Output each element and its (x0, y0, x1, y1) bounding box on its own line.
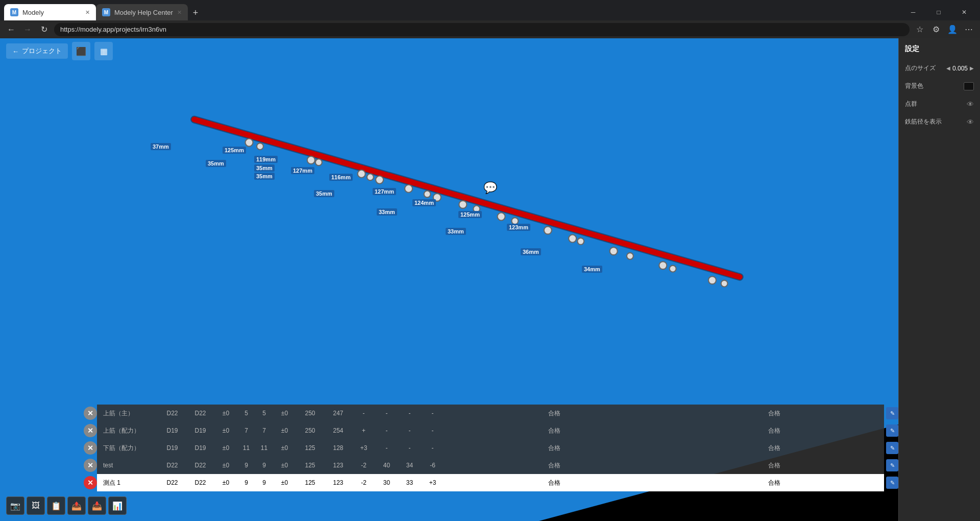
bg-color-label: 背景色 (905, 82, 923, 90)
bookmark-button[interactable]: ☆ (914, 23, 926, 36)
row-5-result2: 合格 (664, 479, 884, 487)
panel-title: 設定 (905, 44, 974, 54)
bottom-toolbar: 📷 🖼 📋 📤 📥 📊 (6, 496, 127, 515)
row-4-tol-d: ±0 (214, 462, 237, 469)
table-view-button[interactable]: ▦ (94, 42, 113, 60)
tab-close-modely[interactable]: ✕ (85, 9, 90, 16)
tab-close-help[interactable]: ✕ (177, 9, 182, 16)
image-icon: 🖼 (32, 501, 40, 510)
meas-label-34mm: 34mm (582, 266, 602, 273)
delete-row-4-button[interactable]: ✕ (84, 459, 97, 472)
minimize-button[interactable]: ─ (901, 4, 925, 20)
reload-button[interactable]: ↻ (38, 23, 50, 36)
edit-row-3-button[interactable]: ✎ (886, 442, 898, 454)
table-row-2: ✕ 上筋（配力） D19 D19 ±0 7 7 ±0 250 254 + - -… (0, 422, 898, 439)
row-1-n-actual: 5 (255, 410, 273, 417)
row-3-n-actual: 11 (255, 444, 273, 452)
back-nav-button[interactable]: ← (5, 23, 17, 36)
row-5-tol-cover: -2 (352, 479, 375, 486)
row-5-tol-n: ±0 (273, 479, 296, 486)
row-4-result2: 合格 (664, 461, 884, 470)
extensions-button[interactable]: ⚙ (930, 23, 942, 36)
tab-label-modely: Modely (22, 9, 44, 16)
image-button[interactable]: 🖼 (27, 496, 45, 515)
row-4-name: test (97, 462, 158, 469)
meas-label-37mm: 37mm (151, 143, 171, 150)
address-bar[interactable]: https://modely.app/projects/irn3n6vn (54, 23, 910, 36)
cube-icon: ⬛ (76, 46, 86, 56)
row-2-d-design: D19 (158, 427, 186, 434)
row-1-data: 上筋（主） D22 D22 ±0 5 5 ±0 250 247 - - - - … (97, 405, 884, 422)
row-2-e1: - (375, 427, 398, 434)
bg-color-swatch[interactable] (964, 82, 974, 90)
tab-modely[interactable]: M Modely ✕ (4, 4, 96, 20)
upload-button[interactable]: 📤 (67, 496, 86, 515)
more-button[interactable]: ⋯ (963, 23, 975, 36)
rebar-visibility-toggle[interactable]: 👁 (967, 118, 974, 126)
meas-label-125mm: 125mm (223, 147, 246, 154)
edit-row-1-button[interactable]: ✎ (886, 407, 898, 419)
row-2-tol-cover: + (352, 427, 375, 434)
tab-favicon-help: M (102, 8, 110, 16)
row-1-name: 上筋（主） (97, 409, 158, 418)
3d-view-button[interactable]: ⬛ (72, 42, 90, 60)
forward-nav-button[interactable]: → (21, 23, 34, 36)
row-4-cover-design: 125 (296, 462, 324, 469)
delete-row-1-button[interactable]: ✕ (84, 407, 97, 420)
meas-label-125mm-2: 125mm (458, 211, 482, 218)
point-size-label: 点のサイズ (905, 64, 936, 73)
row-4-tol-n: ±0 (273, 462, 296, 469)
row-4-n-actual: 9 (255, 462, 273, 469)
point-size-increase[interactable]: ▶ (970, 65, 974, 71)
row-3-tol-cover: +3 (352, 444, 375, 452)
chart-icon: 📊 (112, 501, 122, 511)
row-2-tol-n: ±0 (273, 427, 296, 434)
meas-label-119mm: 119mm (254, 156, 278, 163)
tab-help[interactable]: M Modely Help Center ✕ (96, 4, 188, 20)
tab-label-help: Modely Help Center (114, 9, 173, 16)
row-3-d-actual: D19 (186, 444, 214, 452)
back-label: プロジェクト (22, 46, 62, 56)
meas-label-127mm-1: 127mm (291, 167, 314, 174)
row-1-e2: - (398, 410, 421, 417)
edit-row-2-button[interactable]: ✎ (886, 424, 898, 437)
row-2-n-design: 7 (237, 427, 255, 434)
row-1-n-design: 5 (237, 410, 255, 417)
row-1-d-actual: D22 (186, 410, 214, 417)
row-4-n-design: 9 (237, 462, 255, 469)
delete-row-2-button[interactable]: ✕ (84, 424, 97, 437)
camera-button[interactable]: 📷 (6, 496, 24, 515)
table-icon: ▦ (100, 46, 108, 56)
edit-row-4-button[interactable]: ✎ (886, 459, 898, 471)
delete-row-3-button[interactable]: ✕ (84, 441, 97, 455)
chart-button[interactable]: 📊 (108, 496, 127, 515)
row-5-e3: +3 (421, 479, 444, 486)
back-to-projects-button[interactable]: ← プロジェクト (6, 43, 68, 59)
maximize-button[interactable]: □ (927, 4, 950, 20)
tab-bar: M Modely ✕ M Modely Help Center ✕ + ─ □ … (0, 0, 980, 20)
point-group-visibility-toggle[interactable]: 👁 (967, 100, 974, 108)
point-size-decrease[interactable]: ◀ (946, 65, 950, 71)
edit-row-5-button[interactable]: ✎ (886, 477, 898, 489)
download-button[interactable]: 📥 (88, 496, 106, 515)
close-button[interactable]: ✕ (952, 4, 976, 20)
row-5-e2: 33 (398, 479, 421, 486)
rebar-label: 鉄筋径を表示 (905, 117, 942, 126)
bg-color-row: 背景色 (905, 82, 974, 90)
row-3-e3: - (421, 444, 444, 452)
row-5-n-design: 9 (237, 479, 255, 486)
point-size-value: 0.005 (952, 65, 968, 72)
speech-bubble-icon[interactable]: 💬 (483, 181, 497, 195)
tab-add-button[interactable]: + (188, 5, 203, 20)
row-2-e2: - (398, 427, 421, 434)
row-2-result2: 合格 (664, 427, 884, 435)
clip-button[interactable]: 📋 (47, 496, 65, 515)
upload-icon: 📤 (71, 501, 82, 511)
row-1-tol-d: ±0 (214, 410, 237, 417)
address-text: https://modely.app/projects/irn3n6vn (60, 26, 166, 33)
row-2-e3: - (421, 427, 444, 434)
row-2-data: 上筋（配力） D19 D19 ±0 7 7 ±0 250 254 + - - -… (97, 422, 884, 439)
profile-button[interactable]: 👤 (946, 23, 959, 36)
meas-label-33mm-2: 33mm (446, 228, 466, 235)
delete-row-5-button[interactable]: ✕ (84, 476, 97, 489)
